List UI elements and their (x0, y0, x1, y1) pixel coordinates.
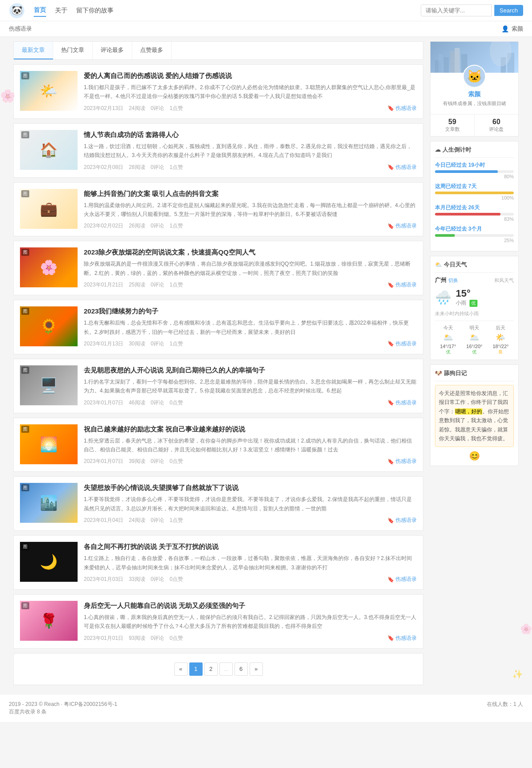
nav-about[interactable]: 关于 (55, 5, 67, 16)
stat-comments: 60 评论盘 (475, 114, 519, 136)
page-2[interactable]: 2 (204, 662, 218, 676)
page-6[interactable]: 6 (235, 662, 248, 676)
article-tag[interactable]: 🔖伤感语录 (387, 458, 417, 465)
header: 🐼 首页 关于 留下你的故事 Search (0, 0, 532, 21)
article-card: 图 💼 能够上抖音热门的文案 吸引人点击的抖音文案 1.用我的温柔做你的人间尘药… (13, 182, 423, 237)
article-tag-label: 伤感语录 (395, 576, 417, 583)
article-title[interactable]: 情人节表白成功的话 套路得人心 (84, 130, 417, 139)
article-tag-label: 伤感语录 (395, 399, 417, 407)
city-switch[interactable]: 切换 (448, 278, 458, 283)
weather-day-temp: 16°/20° (461, 344, 487, 349)
search-input[interactable] (421, 4, 492, 16)
tab-hot[interactable]: 热门文章 (53, 42, 93, 59)
article-tag[interactable]: 🔖伤感语录 (387, 340, 417, 348)
weather-day-name: 今天 (435, 325, 461, 331)
page-ellipsis: ... (219, 662, 233, 676)
weather-temp: 15° (456, 288, 477, 299)
article-title[interactable]: 身后空无一人只能靠自己的说说 无助又必须坚强的句子 (84, 601, 417, 610)
page-prev[interactable]: « (174, 662, 188, 676)
thumb-icon: 图 (21, 543, 29, 550)
article-title[interactable]: 各自之间不再打扰的说说 关于互不打扰的说说 (84, 542, 417, 551)
article-excerpt: 1.不要等我觉得，才说你多么心疼，不要等我觉得，才说你是意爱我。不要等我走了，才… (84, 495, 417, 513)
weather-days: 今天 🌥️ 14°/17° 优 明天 🌥️ 16°/20° 优 后天 🌤️ 18… (435, 321, 514, 355)
thumb-icon: 图 (21, 484, 29, 491)
nav-story[interactable]: 留下你的故事 (76, 5, 113, 16)
username: 索颜 (512, 25, 523, 33)
article-body: 去见朝思夜想的人开心说说 见到自己期待已久的人的幸福句子 1.行的名字太深刻了，… (84, 365, 417, 407)
article-tag[interactable]: 🔖伤感语录 (387, 105, 417, 112)
article-title[interactable]: 2023除夕夜放烟花的空间说说文案，快速提高QQ空间人气 (84, 247, 417, 257)
article-title[interactable]: 失望想放手的心情说说,失望摸够了自然就放下了说说 (84, 483, 417, 492)
article-excerpt: 1.我们都只是孩子，而已嫁不了太多太多的羁绊。2.你成不了心仪的人必然会沦为情绪… (84, 83, 417, 101)
article-reads: 39阅读 (129, 458, 145, 465)
pagination: « 1 2 ... 6 » (13, 653, 423, 685)
article-meta: 2023年02月08日 28阅读 0评论 1点赞 🔖伤感语录 (84, 164, 417, 171)
weather-main: 🌧️ 15° 小雨 优 (435, 288, 514, 307)
article-meta: 2023年01月21日 25阅读 0评论 1点赞 🔖伤感语录 (84, 281, 417, 289)
article-meta: 2023年01月04日 24阅读 0评论 1点赞 🔖伤感语录 (84, 517, 417, 524)
article-likes: 1点赞 (169, 281, 183, 289)
article-comments: 0评论 (151, 281, 164, 289)
tab-comments[interactable]: 评论最多 (93, 42, 132, 59)
article-reads: 33阅读 (129, 576, 145, 583)
article-title[interactable]: 祝自己越来越好的励志文案 祝自己事业越来越好的说说 (84, 424, 417, 434)
article-excerpt: 1.红尘路上，独自行走，各自放爱，各自故事，一程山水，一段故事，过番勾勒，聚散依… (84, 554, 417, 572)
article-tag[interactable]: 🔖伤感语录 (387, 635, 417, 642)
article-tag[interactable]: 🔖伤感语录 (387, 222, 417, 230)
article-body: 2023除夕夜放烟花的空间说说文案，快速提高QQ空间人气 除夕夜放烟花真的是一件… (84, 247, 417, 289)
avatar: 🐱 (463, 65, 486, 88)
nav-home[interactable]: 首页 (34, 4, 46, 17)
article-meta: 2023年01月07日 46阅读 0评论 0点赞 🔖伤感语录 (84, 399, 417, 407)
weather-day: 明天 🌥️ 16°/20° 优 (461, 325, 487, 355)
site-logo: 🐼 (9, 3, 25, 19)
article-tag[interactable]: 🔖伤感语录 (387, 164, 417, 171)
article-tag[interactable]: 🔖伤感语录 (387, 517, 417, 524)
search-button[interactable]: Search (494, 5, 523, 16)
page-next[interactable]: » (250, 662, 263, 676)
article-card: 图 🏙️ 失望想放手的心情说说,失望摸够了自然就放下了说说 1.不要等我觉得，才… (13, 476, 423, 531)
article-tag-label: 伤感语录 (395, 164, 417, 171)
city-name: 广州 (435, 277, 446, 283)
article-body: 能够上抖音热门的文案 吸引人点击的抖音文案 1.用我的温柔做你的人间尘药。2.请… (84, 189, 417, 230)
article-meta-left: 2023年02月08日 28阅读 0评论 1点赞 (84, 164, 183, 171)
visitors: 在线人数：1 人 (487, 701, 523, 716)
article-body: 失望想放手的心情说说,失望摸够了自然就放下了说说 1.不要等我觉得，才说你多么心… (84, 483, 417, 524)
countdown-item: 今日已经过去 19小时 80% (435, 161, 514, 179)
thumb-icon: 图 (21, 72, 29, 79)
article-card: 图 🌙 各自之间不再打扰的说说 关于互不打扰的说说 1.红尘路上，独自行走，各自… (13, 535, 423, 590)
article-title[interactable]: 爱的人离自己而的伤感说说 爱的人结婚了伤感说说 (84, 71, 417, 80)
article-thumb: 图 🌤️ (20, 71, 78, 111)
thumb-icon: 图 (21, 367, 29, 374)
article-tag[interactable]: 🔖伤感语录 (387, 281, 417, 289)
article-tag[interactable]: 🔖伤感语录 (387, 399, 417, 407)
article-meta-left: 2023年01月01日 93阅读 0评论 0点赞 (84, 635, 183, 642)
tab-likes[interactable]: 点赞最多 (132, 42, 172, 59)
article-tag[interactable]: 🔖伤感语录 (387, 576, 417, 583)
article-thumb: 图 🌙 (20, 542, 78, 582)
countdown-item-label: 今年已经过去 3个月 (435, 225, 482, 233)
article-title[interactable]: 能够上抖音热门的文案 吸引人点击的抖音文案 (84, 189, 417, 198)
weather-city: 广州 切换 和风天气 (435, 276, 514, 284)
article-title[interactable]: 去见朝思夜想的人开心说说 见到自己期待已久的人的幸福句子 (84, 365, 417, 375)
article-comments: 0评论 (151, 399, 164, 407)
article-date: 2023年02月08日 (84, 164, 123, 171)
article-comments: 0评论 (151, 105, 164, 112)
article-meta-left: 2023年02月13日 24阅读 0评论 1点赞 (84, 105, 183, 112)
article-date: 2023年01月07日 (84, 399, 123, 407)
progress-pct: 25% (435, 238, 514, 243)
copyright: 2019 - 2023 © Reach · 粤ICP备20002156号-1 (9, 701, 117, 708)
article-likes: 0点赞 (169, 576, 183, 583)
thumb-icon: 图 (21, 131, 29, 138)
weather-day-icon: 🌥️ (435, 333, 461, 342)
countdown-item-label: 本月已经过去 26天 (435, 204, 480, 212)
page-1[interactable]: 1 (189, 662, 203, 676)
article-body: 爱的人离自己而的伤感说说 爱的人结婚了伤感说说 1.我们都只是孩子，而已嫁不了太… (84, 71, 417, 112)
progress-fill (435, 213, 501, 216)
article-body: 各自之间不再打扰的说说 关于互不打扰的说说 1.红尘路上，独自行走，各自放爱，各… (84, 542, 417, 583)
article-meta: 2023年01月07日 39阅读 0评论 0点赞 🔖伤感语录 (84, 458, 417, 465)
article-title[interactable]: 2023我们继续努力的句子 (84, 306, 417, 316)
article-reads: 24阅读 (129, 105, 145, 112)
tab-latest[interactable]: 最新文章 (14, 42, 53, 59)
stat-articles: 59 文章数 (430, 114, 475, 136)
breadcrumb: 伤感语录 (9, 25, 32, 33)
